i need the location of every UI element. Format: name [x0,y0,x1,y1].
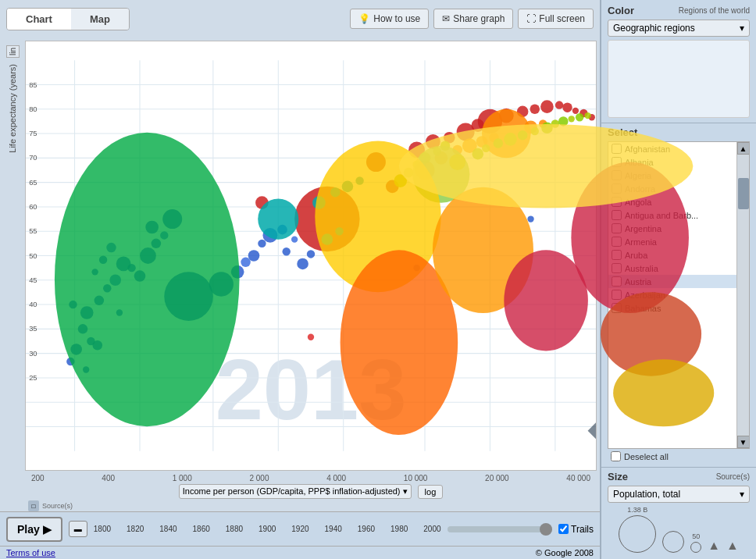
country-scrollbar: ▲ ▼ [736,142,749,448]
world-map [608,40,750,118]
color-section: Color Regions of the world Geographic re… [601,0,756,123]
scroll-thumb[interactable] [738,178,749,209]
right-panel: Color Regions of the world Geographic re… [600,0,756,559]
scroll-track[interactable] [737,155,749,436]
